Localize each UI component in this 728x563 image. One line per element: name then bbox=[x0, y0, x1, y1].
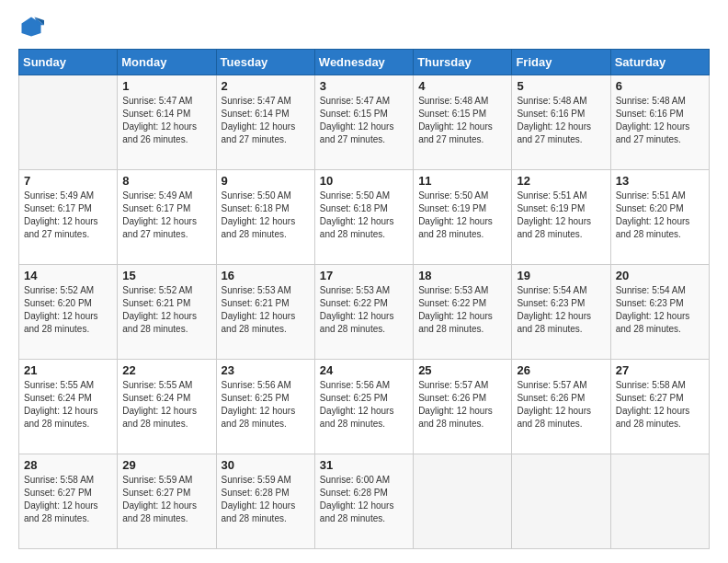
day-info: Sunrise: 5:55 AM Sunset: 6:24 PM Dayligh… bbox=[122, 379, 210, 431]
day-number: 17 bbox=[320, 269, 408, 282]
day-info: Sunrise: 6:00 AM Sunset: 6:28 PM Dayligh… bbox=[320, 474, 408, 525]
calendar-cell: 5Sunrise: 5:48 AM Sunset: 6:16 PM Daylig… bbox=[512, 75, 610, 170]
day-info: Sunrise: 5:48 AM Sunset: 6:16 PM Dayligh… bbox=[517, 95, 605, 146]
day-info: Sunrise: 5:59 AM Sunset: 6:28 PM Dayligh… bbox=[222, 474, 310, 525]
calendar-cell: 11Sunrise: 5:50 AM Sunset: 6:19 PM Dayli… bbox=[414, 170, 512, 265]
day-info: Sunrise: 5:49 AM Sunset: 6:17 PM Dayligh… bbox=[24, 190, 112, 241]
calendar-week-4: 21Sunrise: 5:55 AM Sunset: 6:24 PM Dayli… bbox=[19, 360, 710, 454]
calendar-cell: 22Sunrise: 5:55 AM Sunset: 6:24 PM Dayli… bbox=[118, 360, 216, 454]
day-header-wednesday: Wednesday bbox=[314, 50, 413, 75]
calendar-cell: 25Sunrise: 5:57 AM Sunset: 6:26 PM Dayli… bbox=[414, 360, 512, 454]
calendar-cell: 8Sunrise: 5:49 AM Sunset: 6:17 PM Daylig… bbox=[118, 170, 216, 265]
calendar-cell: 26Sunrise: 5:57 AM Sunset: 6:26 PM Dayli… bbox=[512, 360, 610, 454]
day-header-saturday: Saturday bbox=[610, 50, 709, 75]
calendar-cell: 3Sunrise: 5:47 AM Sunset: 6:15 PM Daylig… bbox=[314, 75, 413, 170]
calendar-cell: 14Sunrise: 5:52 AM Sunset: 6:20 PM Dayli… bbox=[19, 265, 118, 360]
day-info: Sunrise: 5:51 AM Sunset: 6:19 PM Dayligh… bbox=[517, 190, 605, 241]
day-header-sunday: Sunday bbox=[19, 50, 118, 75]
day-number: 13 bbox=[616, 174, 704, 188]
day-info: Sunrise: 5:52 AM Sunset: 6:20 PM Dayligh… bbox=[24, 284, 112, 336]
calendar-week-5: 28Sunrise: 5:58 AM Sunset: 6:27 PM Dayli… bbox=[19, 454, 710, 549]
calendar-week-2: 7Sunrise: 5:49 AM Sunset: 6:17 PM Daylig… bbox=[19, 170, 710, 265]
calendar-cell bbox=[610, 454, 709, 549]
calendar-cell: 6Sunrise: 5:48 AM Sunset: 6:16 PM Daylig… bbox=[610, 75, 709, 170]
calendar-cell: 18Sunrise: 5:53 AM Sunset: 6:22 PM Dayli… bbox=[414, 265, 512, 360]
day-number: 26 bbox=[517, 363, 605, 377]
day-info: Sunrise: 5:52 AM Sunset: 6:21 PM Dayligh… bbox=[122, 284, 210, 336]
day-number: 7 bbox=[24, 174, 112, 188]
day-number: 15 bbox=[122, 269, 210, 282]
day-number: 14 bbox=[24, 269, 112, 282]
day-info: Sunrise: 5:51 AM Sunset: 6:20 PM Dayligh… bbox=[616, 190, 704, 241]
day-number: 23 bbox=[222, 363, 310, 377]
calendar-cell: 4Sunrise: 5:48 AM Sunset: 6:15 PM Daylig… bbox=[414, 75, 512, 170]
day-info: Sunrise: 5:50 AM Sunset: 6:18 PM Dayligh… bbox=[222, 190, 310, 241]
calendar-table: SundayMondayTuesdayWednesdayThursdayFrid… bbox=[18, 49, 710, 549]
calendar-week-1: 1Sunrise: 5:47 AM Sunset: 6:14 PM Daylig… bbox=[19, 75, 710, 170]
day-header-monday: Monday bbox=[118, 50, 216, 75]
day-info: Sunrise: 5:48 AM Sunset: 6:15 PM Dayligh… bbox=[418, 95, 506, 146]
day-number: 20 bbox=[616, 269, 704, 282]
day-number: 31 bbox=[320, 458, 408, 472]
day-header-friday: Friday bbox=[512, 50, 610, 75]
calendar-cell: 2Sunrise: 5:47 AM Sunset: 6:14 PM Daylig… bbox=[216, 75, 314, 170]
day-info: Sunrise: 5:57 AM Sunset: 6:26 PM Dayligh… bbox=[517, 379, 605, 431]
day-info: Sunrise: 5:55 AM Sunset: 6:24 PM Dayligh… bbox=[24, 379, 112, 431]
day-info: Sunrise: 5:49 AM Sunset: 6:17 PM Dayligh… bbox=[122, 190, 210, 241]
day-info: Sunrise: 5:54 AM Sunset: 6:23 PM Dayligh… bbox=[517, 284, 605, 336]
calendar-cell: 23Sunrise: 5:56 AM Sunset: 6:25 PM Dayli… bbox=[216, 360, 314, 454]
calendar-cell: 28Sunrise: 5:58 AM Sunset: 6:27 PM Dayli… bbox=[19, 454, 118, 549]
day-number: 9 bbox=[222, 174, 310, 188]
day-info: Sunrise: 5:58 AM Sunset: 6:27 PM Dayligh… bbox=[616, 379, 704, 431]
calendar-cell: 10Sunrise: 5:50 AM Sunset: 6:18 PM Dayli… bbox=[314, 170, 413, 265]
calendar-cell: 21Sunrise: 5:55 AM Sunset: 6:24 PM Dayli… bbox=[19, 360, 118, 454]
calendar-cell: 20Sunrise: 5:54 AM Sunset: 6:23 PM Dayli… bbox=[610, 265, 709, 360]
day-number: 10 bbox=[320, 174, 408, 188]
day-info: Sunrise: 5:59 AM Sunset: 6:27 PM Dayligh… bbox=[122, 474, 210, 525]
calendar-cell: 24Sunrise: 5:56 AM Sunset: 6:25 PM Dayli… bbox=[314, 360, 413, 454]
day-info: Sunrise: 5:56 AM Sunset: 6:25 PM Dayligh… bbox=[222, 379, 310, 431]
calendar-cell: 17Sunrise: 5:53 AM Sunset: 6:22 PM Dayli… bbox=[314, 265, 413, 360]
day-info: Sunrise: 5:53 AM Sunset: 6:22 PM Dayligh… bbox=[418, 284, 506, 336]
day-number: 28 bbox=[24, 458, 112, 472]
day-number: 18 bbox=[418, 269, 506, 282]
calendar-cell: 7Sunrise: 5:49 AM Sunset: 6:17 PM Daylig… bbox=[19, 170, 118, 265]
day-info: Sunrise: 5:53 AM Sunset: 6:22 PM Dayligh… bbox=[320, 284, 408, 336]
day-header-thursday: Thursday bbox=[414, 50, 512, 75]
day-info: Sunrise: 5:47 AM Sunset: 6:15 PM Dayligh… bbox=[320, 95, 408, 146]
day-number: 12 bbox=[517, 174, 605, 188]
day-info: Sunrise: 5:50 AM Sunset: 6:19 PM Dayligh… bbox=[418, 190, 506, 241]
calendar-cell: 9Sunrise: 5:50 AM Sunset: 6:18 PM Daylig… bbox=[216, 170, 314, 265]
calendar-cell: 27Sunrise: 5:58 AM Sunset: 6:27 PM Dayli… bbox=[610, 360, 709, 454]
day-number: 25 bbox=[418, 363, 506, 377]
calendar-header-row: SundayMondayTuesdayWednesdayThursdayFrid… bbox=[19, 50, 710, 75]
day-info: Sunrise: 5:58 AM Sunset: 6:27 PM Dayligh… bbox=[24, 474, 112, 525]
day-number: 11 bbox=[418, 174, 506, 188]
calendar-cell: 12Sunrise: 5:51 AM Sunset: 6:19 PM Dayli… bbox=[512, 170, 610, 265]
day-number: 5 bbox=[517, 79, 605, 93]
day-number: 22 bbox=[122, 363, 210, 377]
calendar-week-3: 14Sunrise: 5:52 AM Sunset: 6:20 PM Dayli… bbox=[19, 265, 710, 360]
day-info: Sunrise: 5:54 AM Sunset: 6:23 PM Dayligh… bbox=[616, 284, 704, 336]
day-number: 19 bbox=[517, 269, 605, 282]
page: SundayMondayTuesdayWednesdayThursdayFrid… bbox=[0, 0, 728, 563]
day-number: 1 bbox=[122, 79, 210, 93]
calendar-cell: 16Sunrise: 5:53 AM Sunset: 6:21 PM Dayli… bbox=[216, 265, 314, 360]
calendar-cell: 31Sunrise: 6:00 AM Sunset: 6:28 PM Dayli… bbox=[314, 454, 413, 549]
day-number: 21 bbox=[24, 363, 112, 377]
day-info: Sunrise: 5:56 AM Sunset: 6:25 PM Dayligh… bbox=[320, 379, 408, 431]
day-number: 3 bbox=[320, 79, 408, 93]
calendar-cell: 15Sunrise: 5:52 AM Sunset: 6:21 PM Dayli… bbox=[118, 265, 216, 360]
day-info: Sunrise: 5:50 AM Sunset: 6:18 PM Dayligh… bbox=[320, 190, 408, 241]
day-number: 2 bbox=[222, 79, 310, 93]
day-number: 8 bbox=[122, 174, 210, 188]
day-info: Sunrise: 5:47 AM Sunset: 6:14 PM Dayligh… bbox=[122, 95, 210, 146]
day-number: 6 bbox=[616, 79, 704, 93]
day-number: 16 bbox=[222, 269, 310, 282]
day-number: 29 bbox=[122, 458, 210, 472]
header bbox=[18, 14, 710, 40]
logo bbox=[18, 14, 48, 40]
day-number: 24 bbox=[320, 363, 408, 377]
calendar-cell: 13Sunrise: 5:51 AM Sunset: 6:20 PM Dayli… bbox=[610, 170, 709, 265]
day-number: 27 bbox=[616, 363, 704, 377]
